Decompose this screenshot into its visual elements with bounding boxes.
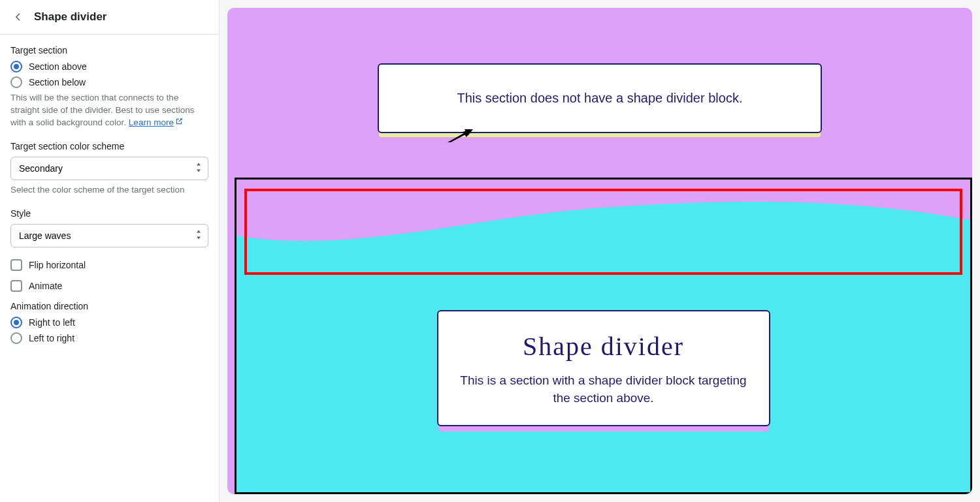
animation-direction-group: Animation direction Right to left Left t… bbox=[10, 301, 208, 344]
checkbox-label: Animate bbox=[29, 281, 62, 291]
section-above-text: This section does not have a shape divid… bbox=[399, 91, 801, 106]
style-select-wrap: Large waves bbox=[10, 224, 208, 247]
section-below-text: This is a section with a shape divider b… bbox=[458, 372, 749, 407]
radio-label: Section below bbox=[29, 77, 86, 87]
color-scheme-select[interactable]: Secondary bbox=[10, 157, 208, 180]
radio-icon bbox=[10, 61, 22, 72]
style-group: Style Large waves bbox=[10, 208, 208, 247]
animate-checkbox[interactable]: Animate bbox=[10, 280, 208, 292]
color-scheme-select-wrap: Secondary bbox=[10, 157, 208, 180]
flip-horizontal-checkbox[interactable]: Flip horizontal bbox=[10, 259, 208, 271]
radio-left-to-right[interactable]: Left to right bbox=[10, 332, 208, 344]
checkbox-icon bbox=[10, 280, 22, 292]
target-section-group: Target section Section above Section bel… bbox=[10, 45, 208, 129]
radio-icon bbox=[10, 332, 22, 344]
radio-right-to-left[interactable]: Right to left bbox=[10, 317, 208, 328]
external-link-icon bbox=[175, 117, 183, 129]
back-button[interactable] bbox=[10, 9, 26, 25]
chevron-left-icon bbox=[13, 12, 24, 22]
panel-title: Shape divider bbox=[34, 10, 106, 24]
highlight-box bbox=[244, 189, 962, 275]
sidebar-header: Shape divider bbox=[0, 0, 219, 35]
color-scheme-group: Target section color scheme Secondary Se… bbox=[10, 141, 208, 196]
preview-section-above-card: This section does not have a shape divid… bbox=[378, 63, 822, 133]
radio-label: Right to left bbox=[29, 317, 75, 328]
color-scheme-help: Select the color scheme of the target se… bbox=[10, 184, 208, 196]
target-section-label: Target section bbox=[10, 45, 208, 55]
radio-label: Section above bbox=[29, 61, 87, 72]
radio-section-below[interactable]: Section below bbox=[10, 76, 208, 88]
preview-section-below-card: Shape divider This is a section with a s… bbox=[437, 310, 770, 426]
target-section-help: This will be the section that connects t… bbox=[10, 92, 208, 129]
style-select[interactable]: Large waves bbox=[10, 224, 208, 247]
section-below-title: Shape divider bbox=[458, 331, 749, 362]
radio-icon bbox=[10, 76, 22, 88]
radio-section-above[interactable]: Section above bbox=[10, 61, 208, 72]
checkbox-icon bbox=[10, 259, 22, 271]
preview-canvas[interactable]: This section does not have a shape divid… bbox=[227, 8, 972, 494]
color-scheme-label: Target section color scheme bbox=[10, 141, 208, 151]
selected-section-outline[interactable]: Shape divider This is a section with a s… bbox=[235, 178, 972, 494]
preview-area: This section does not have a shape divid… bbox=[220, 0, 980, 502]
settings-sidebar: Shape divider Target section Section abo… bbox=[0, 0, 220, 502]
learn-more-link[interactable]: Learn more bbox=[129, 118, 183, 127]
style-label: Style bbox=[10, 208, 208, 219]
animation-direction-label: Animation direction bbox=[10, 301, 208, 311]
sidebar-body: Target section Section above Section bel… bbox=[0, 35, 219, 366]
radio-icon bbox=[10, 317, 22, 328]
radio-label: Left to right bbox=[29, 333, 74, 343]
checkbox-label: Flip horizontal bbox=[29, 260, 86, 270]
learn-more-text: Learn more bbox=[129, 118, 174, 127]
preview-section-below-card-wrap: Shape divider This is a section with a s… bbox=[437, 310, 770, 426]
